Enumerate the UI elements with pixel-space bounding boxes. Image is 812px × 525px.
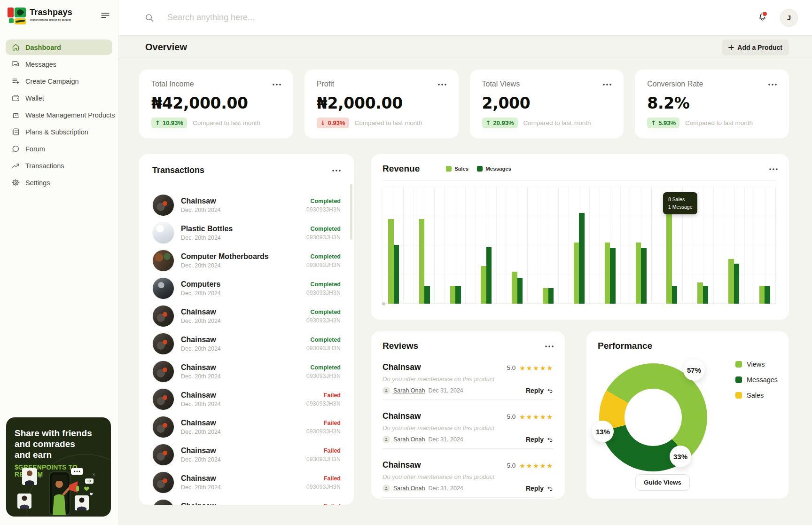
bar-sales <box>450 286 456 304</box>
stat-delta: 5.93% <box>658 119 676 126</box>
bar-group[interactable] <box>636 243 647 304</box>
transaction-row[interactable]: Chainsaw Dec. 20th 2024 Completed 093093… <box>152 302 341 330</box>
chat-bubble-icon <box>11 144 20 153</box>
sidebar-item-wallet[interactable]: Wallet <box>6 90 112 106</box>
bar-group[interactable] <box>605 243 616 304</box>
divider <box>383 448 554 449</box>
reply-button[interactable]: Reply <box>526 387 554 394</box>
bar-group[interactable] <box>481 247 492 304</box>
topbar: J <box>118 0 812 36</box>
transaction-id: 093093JH3N <box>306 456 341 462</box>
reply-button[interactable]: Reply <box>526 485 554 492</box>
more-options-icon[interactable] <box>438 83 446 86</box>
sidebar-item-settings[interactable]: Settings <box>6 175 112 190</box>
reviewer-name-link[interactable]: Sarah Onah <box>393 387 425 394</box>
stat-delta-badge: 0.93% <box>317 118 349 128</box>
product-thumbnail <box>152 222 174 244</box>
sidebar-item-transactions[interactable]: Transactions <box>6 158 112 173</box>
transaction-id: 093093JH3N <box>306 345 341 352</box>
sidebar-item-forum[interactable]: Forum <box>6 141 112 157</box>
transaction-row[interactable]: Plastic Bottles Dec. 20th 2024 Completed… <box>152 219 341 247</box>
reviewer-name-link[interactable]: Sarah Onah <box>393 436 425 443</box>
stats-row: Total Income ₦42,000.00 10.93% Compared … <box>139 70 789 138</box>
wallet-icon <box>11 94 20 102</box>
more-options-icon[interactable] <box>769 168 778 170</box>
avatar[interactable]: J <box>780 9 798 27</box>
guide-views-button[interactable]: Guide Views <box>635 474 690 491</box>
sidebar-item-waste-management-products[interactable]: Waste Management Products <box>6 107 112 123</box>
stat-card: Total Views 2,000 20.93% Compared to las… <box>470 70 624 138</box>
sales-swatch <box>735 392 742 399</box>
search-input[interactable] <box>166 12 469 23</box>
stat-delta-badge: 10.93% <box>151 118 187 128</box>
referral-promo-card[interactable]: Share with friends and comrades and earn… <box>6 417 111 517</box>
bar-group[interactable] <box>450 286 461 304</box>
product-thumbnail <box>152 499 174 505</box>
transaction-row[interactable]: Chainsaw Dec. 20th 2024 Failed 093093JH3… <box>152 469 341 496</box>
transaction-product-name: Chainsaw <box>181 197 221 205</box>
more-options-icon[interactable] <box>768 83 777 86</box>
sidebar-item-messages[interactable]: Messages <box>6 56 112 72</box>
legend-item-messages: Messages <box>477 166 511 172</box>
transaction-row[interactable]: Chainsaw Dec. 20th 2024 Failed 093093JH3… <box>152 496 341 505</box>
more-options-icon[interactable] <box>603 83 611 86</box>
notification-bell-icon[interactable] <box>757 11 768 24</box>
product-thumbnail <box>152 444 174 466</box>
stat-card: Total Income ₦42,000.00 10.93% Compared … <box>139 70 293 138</box>
review-rating-value: 5.0 <box>507 462 515 469</box>
hamburger-menu-icon[interactable] <box>100 8 110 23</box>
bar-sales <box>605 243 610 304</box>
transaction-id: 093093JH3N <box>306 400 341 407</box>
more-options-icon[interactable] <box>332 169 341 172</box>
review-product-name: Chainsaw <box>383 460 421 470</box>
bar-group[interactable] <box>543 288 554 304</box>
plus-icon <box>728 45 734 50</box>
bar-group[interactable] <box>728 259 739 304</box>
transaction-row[interactable]: Chainsaw Dec. 20th 2024 Completed 093093… <box>152 191 341 219</box>
brand-text: Trashpays Transforming Waste to Wealth <box>30 8 72 21</box>
shopping-bag-icon <box>11 110 20 119</box>
sidebar-nav: Dashboard Messages Create Campaign Walle… <box>6 39 112 190</box>
bar-messages <box>455 286 461 304</box>
transaction-row[interactable]: Computers Dec. 20th 2024 Completed 09309… <box>152 274 341 302</box>
stat-title: Conversion Rate <box>647 80 703 88</box>
transaction-row[interactable]: Chainsaw Dec. 20th 2024 Completed 093093… <box>152 358 341 385</box>
review-date: Dec 31, 2024 <box>428 485 463 492</box>
transaction-id: 093093JH3N <box>306 234 341 241</box>
bar-group[interactable] <box>388 219 399 304</box>
bar-group[interactable] <box>512 272 523 304</box>
scrollbar-thumb[interactable] <box>350 184 352 240</box>
bar-group[interactable] <box>666 210 677 304</box>
revenue-card: Revenue Sales Messages <box>371 154 789 320</box>
sidebar-item-dashboard[interactable]: Dashboard <box>6 39 112 55</box>
brand-tagline: Transforming Waste to Wealth <box>30 18 72 21</box>
product-thumbnail <box>152 360 174 383</box>
stat-delta: 10.93% <box>163 119 183 126</box>
transaction-date: Dec. 20th 2024 <box>181 345 221 352</box>
sidebar-item-create-campaign[interactable]: Create Campaign <box>6 73 112 89</box>
transaction-row[interactable]: Chainsaw Dec. 20th 2024 Failed 093093JH3… <box>152 385 341 413</box>
transaction-date: Dec. 20th 2024 <box>181 484 221 491</box>
bar-group[interactable] <box>759 286 770 304</box>
add-product-button[interactable]: Add a Product <box>722 39 789 55</box>
more-options-icon[interactable] <box>273 83 281 86</box>
reviews-card: Reviews Chainsaw <box>371 331 565 499</box>
legend-label: Views <box>747 360 765 368</box>
transaction-id: 093093JH3N <box>306 317 341 324</box>
bar-messages <box>517 278 523 304</box>
logo-green-leaf-square <box>15 8 26 17</box>
bar-group[interactable] <box>574 213 585 304</box>
product-thumbnail <box>152 333 174 355</box>
transaction-status: Completed <box>306 253 341 260</box>
bar-group[interactable] <box>419 219 430 304</box>
sidebar-item-plans-subscription[interactable]: Plans & Subscription <box>6 124 112 140</box>
transaction-row[interactable]: Computer Motherboards Dec. 20th 2024 Com… <box>152 247 341 274</box>
reviewer-name-link[interactable]: Sarah Onah <box>393 485 425 492</box>
transaction-row[interactable]: Chainsaw Dec. 20th 2024 Failed 093093JH3… <box>152 441 341 469</box>
more-options-icon[interactable] <box>545 345 554 347</box>
transaction-id: 093093JH3N <box>306 484 341 490</box>
transaction-row[interactable]: Chainsaw Dec. 20th 2024 Completed 093093… <box>152 330 341 358</box>
bar-group[interactable] <box>697 282 708 304</box>
transaction-row[interactable]: Chainsaw Dec. 20th 2024 Failed 093093JH3… <box>152 413 341 441</box>
reply-button[interactable]: Reply <box>526 436 554 443</box>
